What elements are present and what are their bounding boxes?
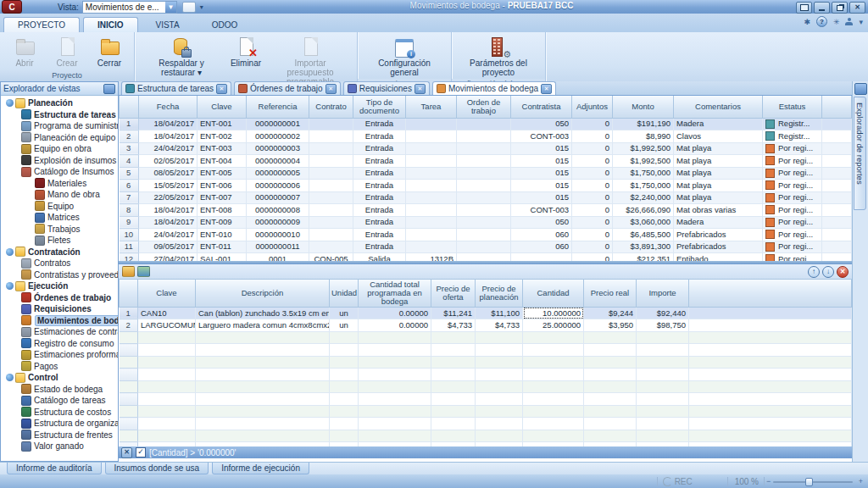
cell-comentarios[interactable]: Mat playa (674, 191, 763, 204)
column-header-monto[interactable]: Monto (613, 96, 674, 118)
app-logo-icon[interactable]: C (2, 0, 22, 14)
empty-row[interactable] (120, 380, 852, 393)
cell-monto[interactable]: $3,060,000 (613, 216, 674, 229)
cell-p_real[interactable]: $3,950 (584, 319, 637, 332)
cell-comentarios[interactable]: Mat obras varias (674, 204, 763, 217)
tree-item-pagos[interactable]: Pagos (1, 361, 118, 373)
cell-clave[interactable]: ENT-002 (198, 130, 247, 143)
cell-contrato[interactable] (309, 229, 353, 241)
cell-contrato[interactable] (309, 216, 353, 229)
tab-insumos-donde-se-usa[interactable]: Insumos donde se usa (105, 463, 209, 474)
column-header-clave[interactable]: Clave (138, 280, 196, 307)
close-icon[interactable]: ✕ (326, 84, 337, 94)
tab-ordenes-de-trabajo[interactable]: Órdenes de trabajo✕ (234, 81, 341, 95)
cell-comentarios[interactable]: Madera (674, 118, 763, 130)
cell-fecha[interactable]: 24/04/2017 (139, 229, 198, 241)
column-header-descripcion[interactable]: Descripción (196, 280, 330, 307)
cell-tarea[interactable] (406, 118, 457, 130)
user-menu-caret-icon[interactable]: ▾ (859, 18, 863, 26)
cell-contratista[interactable]: 015 (511, 191, 572, 204)
cell-tarea[interactable] (406, 155, 457, 168)
tree-item-contratacion[interactable]: Contratación (1, 247, 118, 258)
cell-comentarios[interactable]: Clavos (674, 130, 763, 143)
ribbon-tab-proyecto[interactable]: PROYECTO (3, 17, 80, 32)
column-header-adjuntos[interactable]: Adjuntos (572, 96, 613, 118)
cell-orden[interactable] (457, 241, 511, 253)
cell-tarea[interactable] (406, 204, 457, 217)
cell-orden[interactable] (457, 142, 511, 155)
cell-adjuntos[interactable]: 0 (572, 241, 613, 253)
tree-item-trabajos[interactable]: Trabajos (1, 224, 118, 236)
cell-orden[interactable] (457, 229, 511, 241)
filter-checkbox[interactable]: ✓ (136, 447, 146, 458)
cell-adjuntos[interactable]: 0 (572, 191, 613, 204)
cell-monto[interactable]: $1,750,000 (613, 167, 674, 180)
cell-estatus[interactable]: Por regi... (763, 180, 822, 192)
ribbon-tab-odoo[interactable]: ODOO (198, 17, 253, 32)
tree-item-estimaciones-de-contratistas[interactable]: Estimaciones de contratistas (1, 326, 118, 338)
cell-referencia[interactable]: 0000000007 (247, 191, 309, 204)
cell-fecha[interactable]: 15/05/2017 (139, 180, 198, 192)
cell-fecha[interactable]: 18/04/2017 (139, 130, 198, 143)
cell-estatus[interactable]: Por regi... (763, 216, 822, 229)
cell-estatus[interactable]: Por regi... (763, 204, 822, 217)
column-header-fecha[interactable]: Fecha (139, 96, 198, 118)
tree-item-catalogo-de-insumos[interactable]: Catálogo de Insumos (1, 166, 118, 178)
tree-item-catalogo-de-tareas[interactable]: Catálogo de tareas (1, 395, 118, 407)
cell-orden[interactable] (457, 118, 511, 130)
tree-item-equipo-en-obra[interactable]: Equipo en obra (1, 143, 118, 155)
table-row[interactable]: 818/04/2017ENT-0080000000008EntradaCONT-… (120, 204, 852, 217)
cell-contrato[interactable] (309, 130, 353, 143)
cell-fecha[interactable]: 22/05/2017 (139, 191, 198, 204)
user-icon[interactable] (845, 18, 853, 25)
cell-fecha[interactable]: 18/04/2017 (139, 216, 198, 229)
cell-contrato[interactable] (309, 118, 353, 130)
close-icon[interactable]: ✕ (541, 84, 552, 94)
cell-clave[interactable]: ENT-005 (198, 167, 247, 180)
cell-orden[interactable] (457, 167, 511, 180)
cell-tarea[interactable] (406, 142, 457, 155)
column-header-referencia[interactable]: Referencia (247, 96, 309, 118)
empty-row[interactable] (120, 393, 852, 406)
tree-item-estructura-de-organizacion[interactable]: Estructura de organización (1, 418, 118, 430)
table-row[interactable]: 918/04/2017ENT-0090000000009Entrada0500$… (120, 216, 852, 229)
cell-contratista[interactable]: 015 (511, 167, 572, 180)
tree-item-mano-de-obra[interactable]: Mano de obra (1, 189, 118, 201)
cell-cant_prog[interactable]: 0.00000 (359, 307, 431, 319)
column-header-cantidad-total-programada-en-bodega[interactable]: Cantidad total programada en bodega (359, 280, 431, 307)
tab-reports-explorer[interactable]: Explorador de reportes (854, 97, 866, 210)
tab-movimientos-de-bodega[interactable]: Movimientos de bodega✕ (432, 81, 556, 95)
tree-item-materiales[interactable]: Materiales (1, 178, 118, 190)
expand-icon[interactable] (6, 248, 14, 256)
column-header-clave[interactable]: Clave (198, 96, 247, 118)
cell-cant_prog[interactable]: 0.00000 (359, 319, 431, 332)
cell-clave[interactable]: ENT-009 (198, 216, 247, 229)
cell-referencia[interactable]: 0000000010 (247, 229, 309, 241)
cell-referencia[interactable]: 0000000002 (247, 130, 309, 143)
close-button[interactable]: ✕ (849, 2, 865, 14)
column-header-precio-real[interactable]: Precio real (584, 280, 637, 307)
column-header-cantidad[interactable]: Cantidad (523, 280, 584, 307)
column-header-importe[interactable]: Importe (637, 280, 689, 307)
table-row[interactable]: 1024/04/2017ENT-0100000000010Entrada0600… (120, 229, 852, 241)
cell-contrato[interactable] (309, 167, 353, 180)
empty-row[interactable] (120, 418, 852, 430)
tree-item-contratos[interactable]: Contratos (1, 258, 118, 269)
cell-tipo[interactable]: Entrada (353, 216, 406, 229)
cell-referencia[interactable]: 0000000011 (247, 241, 309, 253)
cell-fecha[interactable]: 18/04/2017 (139, 204, 198, 217)
table-row[interactable]: 508/05/2017ENT-0050000000005Entrada0150$… (120, 167, 852, 180)
cell-comentarios[interactable]: Mat playa (674, 180, 763, 192)
cell-tarea[interactable] (406, 167, 457, 180)
tree-item-explosion-de-insumos[interactable]: Explosión de insumos (1, 155, 118, 167)
cell-estatus[interactable]: Registr... (763, 130, 822, 143)
cell-unidad[interactable]: un (330, 319, 359, 332)
tree-item-ejecucion[interactable]: Ejecución (1, 280, 118, 292)
tab-informe-de-ejecucion[interactable]: Informe de ejecución (212, 463, 309, 474)
expand-icon[interactable] (6, 99, 14, 107)
cell-monto[interactable]: $8,990 (613, 130, 674, 143)
cell-tarea[interactable] (406, 241, 457, 253)
tab-informe-de-auditoria[interactable]: Informe de auditoría (7, 463, 102, 474)
column-header-unidad[interactable]: Unidad (330, 280, 359, 307)
cell-p_oferta[interactable]: $4,733 (431, 319, 476, 332)
